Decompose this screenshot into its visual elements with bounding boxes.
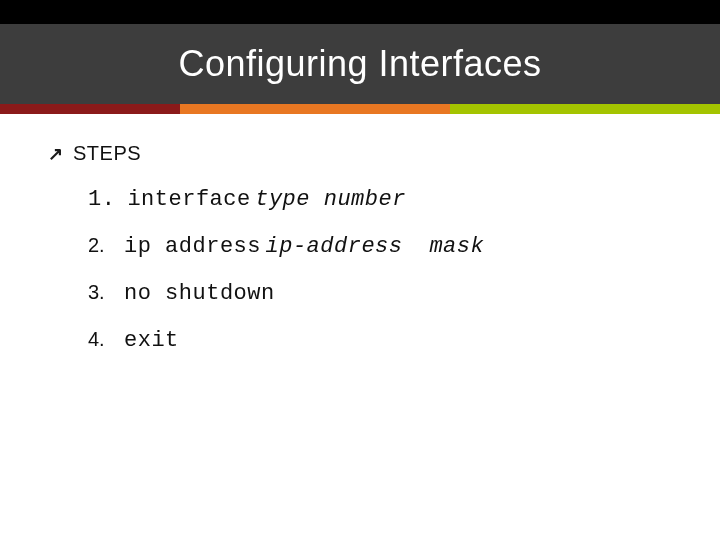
step-number: 1. (88, 187, 115, 212)
step-text: ip address ip-address mask (124, 234, 484, 259)
list-item: 1. interface type number (88, 187, 680, 212)
step-args-trailing: mask (429, 234, 484, 259)
stripe-maroon (0, 104, 180, 114)
step-command: interface (127, 187, 250, 212)
header-bar-top (0, 0, 720, 24)
steps-heading-row: ↗ STEPS (48, 142, 680, 165)
step-text: no shutdown (124, 281, 275, 306)
list-item: 4. exit (88, 328, 680, 353)
list-item: 2. ip address ip-address mask (88, 234, 680, 259)
slide-title: Configuring Interfaces (178, 43, 541, 85)
step-text: exit (124, 328, 179, 353)
step-text: interface type number (127, 187, 406, 212)
slide-header: Configuring Interfaces (0, 0, 720, 114)
step-number: 3. (88, 281, 112, 304)
header-bar-title: Configuring Interfaces (0, 24, 720, 104)
stripe-lime (450, 104, 720, 114)
step-list: 1. interface type number 2. ip address i… (88, 187, 680, 353)
slide-content: ↗ STEPS 1. interface type number 2. ip a… (0, 114, 720, 353)
list-item: 3. no shutdown (88, 281, 680, 306)
arrow-icon: ↗ (48, 145, 63, 163)
step-command: exit (124, 328, 179, 353)
step-number: 4. (88, 328, 112, 351)
step-args: type number (255, 187, 406, 212)
step-args: ip-address (265, 234, 402, 259)
step-command: no shutdown (124, 281, 275, 306)
step-number: 2. (88, 234, 112, 257)
step-command: ip address (124, 234, 261, 259)
steps-label: STEPS (73, 142, 141, 165)
header-stripes (0, 104, 720, 114)
stripe-orange (180, 104, 450, 114)
slide: Configuring Interfaces ↗ STEPS 1. interf… (0, 0, 720, 540)
